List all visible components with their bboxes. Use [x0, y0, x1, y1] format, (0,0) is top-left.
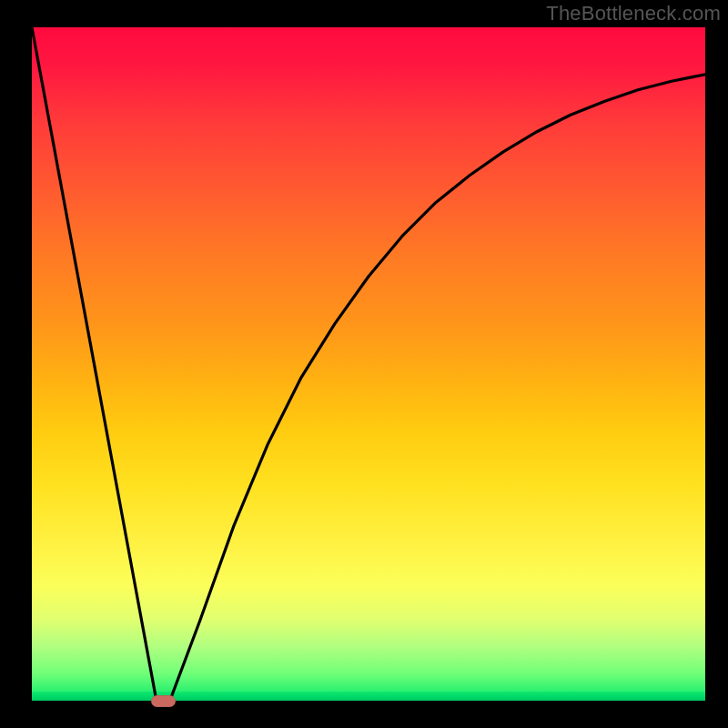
- datapoint-marker: [151, 695, 176, 707]
- watermark-text: TheBottleneck.com: [546, 2, 721, 25]
- chart-frame: TheBottleneck.com: [0, 0, 728, 728]
- curve-path: [32, 27, 705, 701]
- bottleneck-curve: [32, 27, 705, 701]
